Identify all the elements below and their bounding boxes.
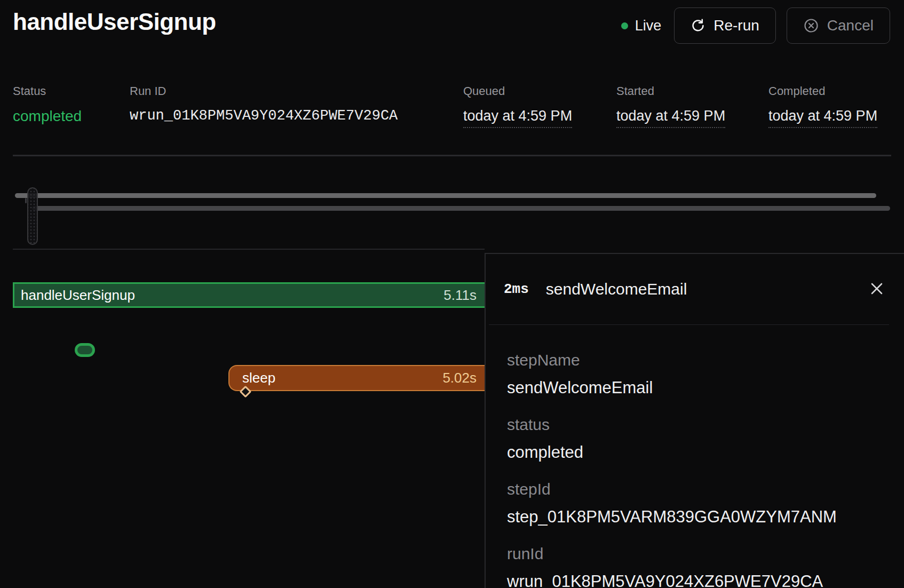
field-step-name: stepName sendWelcomeEmail — [507, 351, 883, 398]
field-label: status — [507, 415, 883, 434]
meta-queued: Queued today at 4:59 PM — [463, 84, 572, 128]
trace-span-sleep[interactable]: sleep 5.02s — [228, 365, 485, 391]
panel-step-title: sendWelcomeEmail — [546, 280, 687, 298]
top-controls: Live Re-run Cancel — [621, 7, 890, 44]
field-value: step_01K8PM5VARM839GGA0WZYM7ANM — [507, 506, 883, 527]
completed-label: Completed — [768, 84, 877, 98]
minimap-root-span-bar — [15, 193, 876, 198]
live-indicator[interactable]: Live — [621, 18, 662, 34]
sleep-span-duration: 5.02s — [442, 370, 477, 386]
meta-started: Started today at 4:59 PM — [616, 84, 725, 128]
timeline-scrubber-handle[interactable] — [27, 187, 38, 245]
meta-completed: Completed today at 4:59 PM — [768, 84, 877, 128]
started-value: today at 4:59 PM — [616, 108, 725, 128]
trace-span-root[interactable]: handleUserSignup 5.11s — [13, 282, 485, 308]
cancel-label: Cancel — [827, 17, 874, 34]
panel-fields: stepName sendWelcomeEmail status complet… — [486, 325, 904, 588]
queued-value: today at 4:59 PM — [463, 108, 572, 128]
field-step-id: stepId step_01K8PM5VARM839GGA0WZYM7ANM — [507, 480, 883, 527]
field-label: stepId — [507, 480, 883, 499]
panel-header: 2ms sendWelcomeEmail — [486, 254, 904, 324]
rerun-icon — [691, 18, 705, 33]
panel-step-duration: 2ms — [504, 281, 529, 297]
status-label: Status — [13, 84, 82, 98]
rerun-label: Re-run — [713, 17, 759, 34]
sleep-span-label: sleep — [242, 370, 275, 386]
field-value: completed — [507, 442, 883, 463]
workflow-run-page: handleUserSignup Live Re-run Cancel — [0, 0, 904, 588]
live-dot-icon — [621, 22, 628, 29]
started-label: Started — [616, 84, 725, 98]
field-value: wrun_01K8PM5VA9Y024XZ6PWE7V29CA — [507, 571, 883, 588]
root-span-label: handleUserSignup — [21, 287, 135, 304]
step-marker-pill[interactable] — [75, 343, 95, 357]
header-divider — [13, 155, 891, 156]
field-run-id: runId wrun_01K8PM5VA9Y024XZ6PWE7V29CA — [507, 544, 883, 588]
root-span-duration: 5.11s — [443, 287, 477, 304]
field-label: runId — [507, 544, 883, 563]
queued-label: Queued — [463, 84, 572, 98]
scrubber-notch — [25, 198, 27, 203]
completed-value: today at 4:59 PM — [768, 108, 877, 128]
rerun-button[interactable]: Re-run — [674, 7, 776, 44]
trace-top-divider — [13, 249, 485, 250]
field-label: stepName — [507, 351, 883, 370]
page-title: handleUserSignup — [13, 9, 216, 35]
meta-status: Status completed — [13, 84, 82, 125]
field-status: status completed — [507, 415, 883, 463]
run-id-value: wrun_01K8PM5VA9Y024XZ6PWE7V29CA — [130, 108, 398, 124]
meta-run-id: Run ID wrun_01K8PM5VA9Y024XZ6PWE7V29CA — [130, 84, 398, 124]
field-value: sendWelcomeEmail — [507, 377, 883, 398]
live-label: Live — [635, 18, 662, 34]
close-icon — [868, 280, 885, 299]
step-detail-panel: 2ms sendWelcomeEmail stepName sendWelcom… — [485, 253, 904, 588]
cancel-button[interactable]: Cancel — [787, 7, 890, 44]
minimap-sleep-span-bar — [32, 206, 890, 211]
cancel-circle-x-icon — [803, 18, 819, 34]
status-value: completed — [13, 108, 82, 125]
run-id-label: Run ID — [130, 84, 398, 98]
panel-close-button[interactable] — [865, 277, 889, 301]
